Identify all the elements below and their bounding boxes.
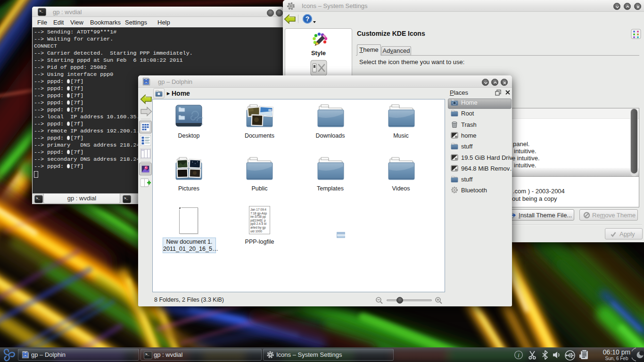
svg-text:?: ?	[305, 15, 310, 23]
svg-text:88: 88	[268, 108, 272, 111]
svg-text:i: i	[518, 352, 520, 359]
